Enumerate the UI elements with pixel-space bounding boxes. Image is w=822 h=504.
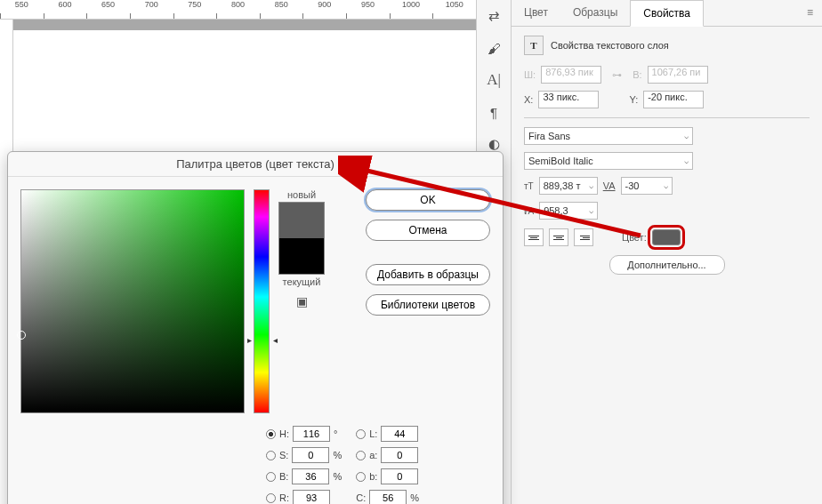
s-input[interactable] — [292, 447, 329, 463]
sv-cursor — [17, 331, 26, 340]
align-center-button[interactable] — [549, 228, 568, 246]
b-label: B: — [279, 471, 288, 482]
ruler-tick: 950 — [346, 0, 390, 19]
leading-input[interactable]: 958,3 — [539, 202, 598, 220]
l-label: L: — [369, 428, 377, 439]
radio-r[interactable] — [266, 493, 276, 503]
b-unit: % — [333, 471, 342, 482]
b-input[interactable] — [292, 468, 329, 484]
font-family-dropdown[interactable]: Fira Sans — [524, 127, 693, 145]
h-input[interactable] — [293, 426, 330, 442]
ruler-horizontal: 550 600 650 700 750 800 850 900 950 1000… — [0, 0, 476, 20]
ruler-tick: 600 — [44, 0, 87, 19]
properties-panel: Цвет Образцы Свойства ≡ T Свойства текст… — [512, 0, 822, 504]
new-color-label: новый — [287, 189, 316, 200]
current-color-label: текущий — [283, 276, 321, 287]
y-input[interactable]: -20 пикс. — [643, 91, 704, 108]
ruler-tick: 650 — [86, 0, 130, 19]
layer-type-icon: T — [524, 36, 544, 55]
s-label: S: — [279, 450, 288, 460]
tab-color[interactable]: Цвет — [512, 0, 560, 26]
l-input[interactable] — [381, 426, 418, 442]
cancel-button[interactable]: Отмена — [366, 220, 490, 241]
y-label: Y: — [629, 94, 638, 105]
font-style-dropdown[interactable]: SemiBold Italic — [524, 152, 693, 170]
c-unit: % — [410, 492, 419, 503]
character-icon[interactable]: A| — [483, 69, 504, 91]
saturation-value-field[interactable] — [20, 189, 245, 413]
dialog-title: Палитра цветов (цвет текста) — [8, 152, 503, 177]
ruler-tick: 750 — [173, 0, 217, 19]
lab-b-input[interactable] — [381, 468, 418, 484]
history-icon[interactable]: ⇄ — [483, 5, 504, 27]
new-color-preview — [279, 203, 324, 238]
lab-b-label: b: — [369, 471, 377, 482]
stamp-icon[interactable]: 🖌 — [483, 37, 504, 59]
tab-properties[interactable]: Свойства — [630, 0, 704, 27]
tracking-icon: VA — [603, 180, 616, 191]
ruler-tick: 550 — [0, 0, 44, 19]
font-size-input[interactable]: 889,38 т — [539, 177, 598, 195]
radio-a[interactable] — [356, 451, 366, 460]
h-label: H: — [279, 428, 289, 439]
radio-lab-b[interactable] — [356, 472, 366, 482]
radio-l[interactable] — [356, 429, 366, 439]
ruler-tick: 1000 — [390, 0, 433, 19]
x-input[interactable]: 33 пикс. — [538, 91, 599, 108]
font-size-icon: тT — [524, 181, 534, 191]
align-right-button[interactable] — [574, 228, 593, 246]
radio-b[interactable] — [266, 472, 276, 482]
add-swatch-button[interactable]: Добавить в образцы — [366, 264, 490, 285]
ruler-tick: 800 — [216, 0, 260, 19]
leading-icon: t⁄A — [524, 206, 534, 216]
radio-s[interactable] — [266, 451, 276, 460]
tab-swatches[interactable]: Образцы — [560, 0, 630, 26]
width-input: 876,93 пик — [541, 66, 601, 84]
x-label: X: — [524, 94, 533, 105]
ruler-tick: 1050 — [432, 0, 476, 19]
c-input[interactable] — [369, 490, 407, 504]
ruler-tick: 900 — [302, 0, 346, 19]
panel-menu-icon[interactable]: ≡ — [798, 0, 822, 26]
s-unit: % — [333, 450, 342, 460]
paragraph-icon[interactable]: ¶ — [483, 101, 504, 123]
color-picker-dialog: Палитра цветов (цвет текста) новый текущ… — [7, 151, 504, 504]
r-input[interactable] — [293, 490, 330, 504]
current-color-preview[interactable] — [279, 238, 324, 274]
height-input: 1067,26 пи — [648, 66, 708, 84]
text-color-label: Цвет: — [622, 232, 647, 243]
cube-icon[interactable]: ▣ — [296, 294, 308, 308]
h-unit: ° — [334, 428, 337, 439]
radio-h[interactable] — [266, 429, 276, 439]
color-libraries-button[interactable]: Библиотеки цветов — [366, 294, 490, 316]
tracking-input[interactable]: -30 — [621, 177, 673, 195]
align-left-button[interactable] — [524, 228, 544, 246]
text-color-swatch[interactable] — [652, 229, 681, 245]
hue-slider[interactable] — [254, 189, 270, 413]
panel-tabs: Цвет Образцы Свойства ≡ — [512, 0, 822, 27]
height-label: В: — [633, 69, 641, 80]
ok-button[interactable]: OK — [366, 189, 490, 211]
c-label: C: — [356, 492, 366, 503]
width-label: Ш: — [524, 69, 536, 80]
panel-header: Свойства текстового слоя — [551, 40, 669, 51]
hue-pointer — [247, 335, 278, 345]
a-label: a: — [369, 450, 377, 460]
ruler-tick: 700 — [130, 0, 173, 19]
a-input[interactable] — [381, 447, 418, 463]
ruler-tick: 850 — [260, 0, 303, 19]
r-label: R: — [279, 492, 289, 503]
link-icon: ⊶ — [612, 69, 622, 81]
advanced-button[interactable]: Дополнительно... — [609, 255, 725, 275]
